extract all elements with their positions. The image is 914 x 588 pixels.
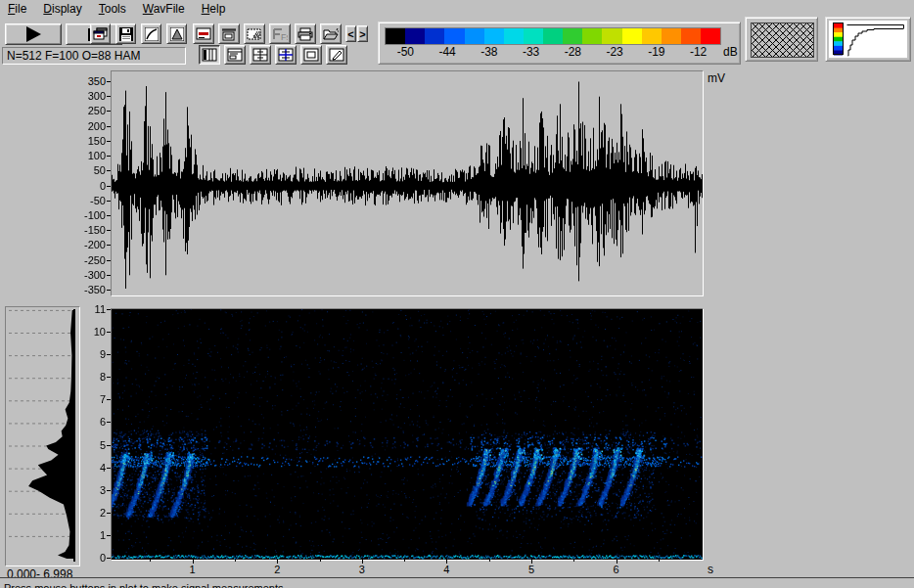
- spectrogram-ytick-label: 10: [72, 326, 106, 338]
- save-icon: [119, 27, 133, 41]
- spectrogram-xtick-label: 5: [515, 564, 548, 575]
- transfer-curve-box[interactable]: [825, 17, 911, 62]
- spectrogram-panel: [111, 308, 704, 561]
- svg-text:Fs: Fs: [281, 32, 288, 41]
- menu-wavfile[interactable]: WavFile: [143, 2, 185, 16]
- ruler-box-icon: [221, 27, 237, 41]
- menu-tools[interactable]: Tools: [99, 2, 126, 16]
- spectrogram-display[interactable]: [112, 309, 703, 560]
- waveform-ytick-label: 0: [67, 180, 106, 192]
- axis-tick: [446, 560, 447, 562]
- axis-tick: [277, 560, 278, 562]
- layout-inner-box-button[interactable]: [300, 45, 322, 65]
- color-scale-bar: [385, 27, 721, 45]
- fft-status-text: N=512 F=100 O=88 HAM: [7, 49, 140, 63]
- waveform-ytick-label: 150: [67, 135, 106, 147]
- axis-tick: [107, 445, 111, 446]
- waveform-ytick-label: 100: [67, 150, 106, 161]
- axis-tick: [107, 170, 111, 171]
- spectrogram-xtick-label: 1: [176, 564, 209, 575]
- pattern-fill-button[interactable]: [244, 23, 265, 44]
- axis-tick: [531, 560, 532, 562]
- spectrogram-ytick-label: 9: [72, 348, 106, 360]
- spectrogram-app-window: File Display Tools WavFile Help: [0, 0, 914, 588]
- axis-tick: [150, 560, 151, 562]
- waveform-ytick-label: 300: [67, 90, 106, 102]
- fs-icon: Fs: [272, 27, 288, 41]
- color-cell: [582, 28, 602, 44]
- chevron-right-icon: >: [359, 28, 365, 40]
- curve-icon: [145, 27, 159, 41]
- color-cell: [405, 28, 425, 44]
- axis-tick: [107, 558, 111, 559]
- axis-tick: [107, 332, 111, 333]
- axis-tick: [107, 468, 111, 469]
- layout-vertical-button[interactable]: [199, 45, 220, 65]
- axis-tick: [107, 141, 111, 142]
- scale-ruler-button[interactable]: [218, 23, 240, 44]
- spectrogram-ytick-label: 3: [72, 484, 106, 496]
- display-settings-button[interactable]: [193, 23, 214, 44]
- print-button[interactable]: [295, 23, 316, 44]
- waveform-ytick-label: 350: [67, 75, 106, 87]
- scroll-right-button[interactable]: >: [357, 25, 368, 42]
- waveform-ytick-label: -250: [67, 254, 106, 266]
- scroll-left-button[interactable]: <: [345, 25, 356, 42]
- layout-cross-button[interactable]: [275, 45, 297, 65]
- window-function-button[interactable]: [166, 23, 187, 44]
- palette-pattern-box[interactable]: [745, 17, 818, 62]
- color-cell: [602, 28, 621, 44]
- layout-vertical-icon: [202, 48, 217, 62]
- axis-tick: [107, 81, 111, 82]
- color-cell: [504, 28, 524, 44]
- inner-box-icon: [303, 48, 319, 62]
- chevron-left-icon: <: [347, 28, 353, 40]
- save-button[interactable]: [115, 23, 136, 44]
- color-cell: [543, 28, 563, 44]
- menu-file[interactable]: File: [8, 2, 26, 16]
- cascade-button[interactable]: [90, 23, 111, 44]
- spectrogram-ytick-label: 2: [72, 507, 106, 519]
- waveform-ytick-label: -50: [67, 195, 106, 206]
- axis-tick: [107, 275, 111, 276]
- waveform-ytick-label: -300: [67, 269, 106, 281]
- scale-curve-button[interactable]: [141, 23, 161, 44]
- menu-help[interactable]: Help: [202, 2, 226, 16]
- axis-tick: [617, 560, 617, 562]
- play-button[interactable]: [5, 23, 62, 45]
- menu-bar: File Display Tools WavFile Help: [0, 0, 914, 18]
- spectrogram-ytick-label: 0: [72, 552, 106, 564]
- axis-tick: [107, 354, 111, 355]
- axis-tick: [489, 560, 490, 562]
- axis-tick: [107, 245, 111, 246]
- axis-tick: [107, 513, 111, 514]
- axis-tick: [235, 560, 236, 562]
- axis-tick: [107, 309, 111, 310]
- open-folder-icon: [323, 27, 339, 41]
- average-spectrum-display[interactable]: [6, 307, 79, 565]
- status-bar: Press mouse buttons in plot to make sign…: [0, 577, 914, 588]
- crosshatch-pattern: [751, 23, 814, 58]
- waveform-display[interactable]: [112, 71, 703, 295]
- layout-horizontal-button[interactable]: [224, 45, 246, 65]
- layout-grid-button[interactable]: [250, 45, 271, 65]
- color-cell: [425, 28, 444, 44]
- palette-transfer-curve: [829, 21, 907, 58]
- color-cell: [681, 28, 701, 44]
- annotate-button[interactable]: [326, 45, 347, 65]
- spectrogram-ytick-label: 6: [72, 416, 106, 428]
- average-spectrum-panel: [5, 306, 80, 566]
- axis-tick: [107, 126, 111, 127]
- menu-display[interactable]: Display: [43, 2, 81, 16]
- color-cell: [642, 28, 662, 44]
- axis-tick: [107, 96, 111, 97]
- color-cell: [386, 28, 405, 44]
- axis-tick: [573, 560, 574, 562]
- open-file-button[interactable]: [320, 23, 342, 44]
- time-unit-label: s: [708, 563, 713, 576]
- fs-button[interactable]: Fs: [269, 23, 291, 44]
- waveform-ytick-label: -350: [67, 284, 106, 295]
- axis-tick: [107, 215, 111, 216]
- layout-blue-cross-icon: [278, 48, 294, 62]
- axis-tick: [107, 230, 111, 231]
